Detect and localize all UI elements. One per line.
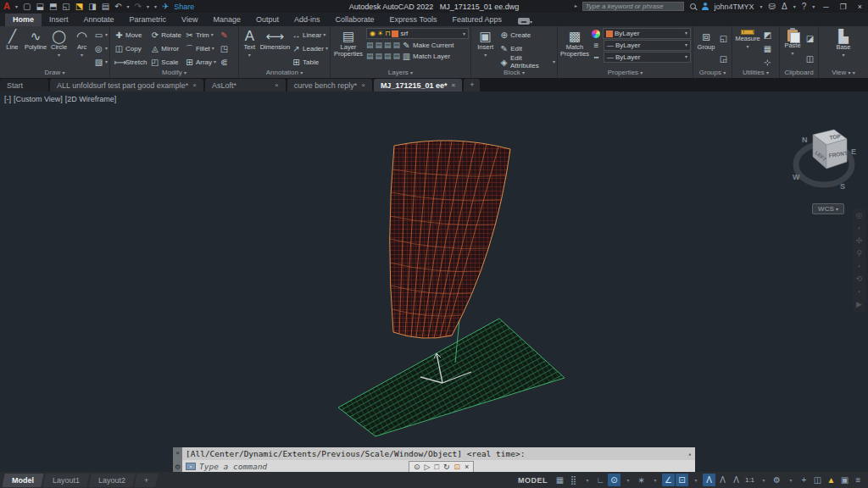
- group-edit-button[interactable]: ◲: [719, 53, 728, 64]
- search-icon[interactable]: [690, 3, 696, 9]
- help-caret-icon[interactable]: ▾: [812, 3, 815, 9]
- zoom-realtime-icon[interactable]: ⊙: [414, 463, 420, 471]
- quick-calc-button[interactable]: ▦: [763, 42, 772, 54]
- layer-thaw-tool-icon[interactable]: ▤: [376, 53, 383, 60]
- nav-caret-icon[interactable]: ▾: [858, 263, 860, 270]
- panel-label-properties[interactable]: Properties ▾: [558, 69, 693, 78]
- file-tab-close-icon[interactable]: ×: [361, 81, 365, 89]
- viewport-menu-control[interactable]: [-]: [4, 95, 11, 103]
- ortho-icon[interactable]: ∟: [594, 474, 607, 486]
- nav-caret-icon[interactable]: ▾: [858, 225, 860, 232]
- file-tab-3[interactable]: curve bench reply*×: [287, 79, 372, 92]
- quick-select-button[interactable]: ◩: [763, 29, 772, 41]
- wcs-button[interactable]: WCS ▾: [812, 203, 844, 214]
- redo-caret-icon[interactable]: ▾: [147, 3, 149, 9]
- file-tab-1[interactable]: ALL unfoldsurf test part good example*×: [50, 79, 203, 92]
- layer-lock-icon[interactable]: ⊓: [385, 30, 390, 37]
- share-label[interactable]: Share: [174, 3, 194, 11]
- zoom-orbit-icon[interactable]: ↻: [443, 463, 450, 471]
- zoom-play-icon[interactable]: ▷: [425, 463, 431, 471]
- line-button[interactable]: ╱Line: [2, 28, 23, 69]
- dimension-button[interactable]: ⟷Dimension: [260, 28, 290, 69]
- command-window-grip[interactable]: × ⚙: [173, 447, 182, 472]
- edit-block-button[interactable]: ✎Edit: [499, 42, 555, 54]
- tab-collaborate[interactable]: Collaborate: [328, 14, 382, 26]
- panel-label-annotation[interactable]: Annotation ▾: [239, 69, 330, 78]
- recent-commands-icon[interactable]: ▾: [186, 463, 196, 470]
- rotate-button[interactable]: ⟳Rotate: [150, 29, 181, 41]
- move-button[interactable]: ✚Move: [114, 29, 147, 41]
- save-icon[interactable]: ⬒: [49, 3, 57, 11]
- compass-north[interactable]: N: [802, 136, 808, 144]
- lineweight-dropdown[interactable]: —ByLayer▾: [604, 40, 691, 51]
- snap-caret-icon[interactable]: ▾: [581, 474, 593, 486]
- tab-annotate[interactable]: Annotate: [76, 14, 122, 26]
- layer-color-swatch[interactable]: [392, 30, 398, 37]
- username[interactable]: john4TMYX: [715, 3, 754, 11]
- share-icon[interactable]: ✈: [162, 3, 169, 11]
- minimize-button[interactable]: ─: [821, 3, 831, 11]
- grid-icon[interactable]: ▦: [554, 474, 566, 486]
- isometric-drafting-icon[interactable]: ∠: [662, 474, 675, 486]
- command-customize-icon[interactable]: ⚙: [175, 463, 181, 471]
- circle-button[interactable]: ◯Circle▾: [48, 28, 70, 69]
- offset-button[interactable]: ⋐: [220, 56, 229, 68]
- layer-dropdown[interactable]: ◉ ☀ ⊓ srf ▾: [366, 28, 469, 39]
- annotation-scale-icon[interactable]: Ʌ: [730, 474, 743, 486]
- stretch-button[interactable]: ⟼Stretch: [114, 56, 147, 68]
- panel-label-utilities[interactable]: Utilities ▾: [732, 69, 779, 78]
- panel-label-modify[interactable]: Modify ▾: [110, 69, 238, 78]
- viewport-visual-style-control[interactable]: [2D Wireframe]: [65, 95, 117, 103]
- object-snap-tracking-icon[interactable]: ∗: [635, 474, 648, 486]
- customization-menu-icon[interactable]: ≡: [852, 474, 865, 486]
- layer-isolate-tool-icon[interactable]: ▤: [376, 42, 383, 49]
- polyline-button[interactable]: ∿Polyline: [25, 28, 47, 69]
- layer-freeze-icon[interactable]: ☀: [377, 30, 383, 37]
- tab-express-tools[interactable]: Express Tools: [382, 14, 445, 26]
- tab-manage[interactable]: Manage: [205, 14, 248, 26]
- zoom-window-icon[interactable]: □: [434, 463, 438, 471]
- export-icon[interactable]: ◨: [88, 3, 96, 11]
- search-input[interactable]: Type a keyword or phrase: [582, 2, 684, 11]
- tab-parametric[interactable]: Parametric: [122, 14, 175, 26]
- annotation-scale-value[interactable]: 1:1: [743, 474, 756, 486]
- undo-icon[interactable]: ↶: [114, 3, 121, 11]
- ribbon-display-toggle[interactable]: ▬: [518, 18, 530, 25]
- undo-caret-icon[interactable]: ▾: [127, 3, 130, 9]
- compass-south[interactable]: S: [840, 182, 845, 191]
- app-store-icon[interactable]: ⛁: [769, 3, 776, 11]
- tab-home[interactable]: Home: [5, 14, 42, 26]
- create-block-button[interactable]: ⊕Create: [499, 29, 555, 41]
- navigation-wheel-icon[interactable]: ◎: [856, 212, 863, 219]
- panel-label-block[interactable]: Block ▾: [471, 69, 557, 78]
- drawing-canvas[interactable]: [0, 92, 868, 472]
- insert-block-button[interactable]: ▣Insert▾: [473, 28, 498, 69]
- zoom-camera-icon[interactable]: ⊡: [453, 463, 460, 471]
- copy-button[interactable]: ◫Copy: [114, 42, 147, 54]
- tab-insert[interactable]: Insert: [42, 14, 76, 26]
- linetype-dropdown[interactable]: —ByLayer▾: [604, 52, 691, 63]
- compass-east[interactable]: E: [851, 147, 856, 156]
- new-file-icon[interactable]: ▢: [23, 3, 31, 11]
- layer-walk-tool-icon[interactable]: ▤: [393, 53, 401, 60]
- pan-icon[interactable]: ✣: [856, 237, 863, 245]
- polar-caret-icon[interactable]: ▾: [621, 474, 634, 486]
- file-tab-close-icon[interactable]: ×: [275, 81, 279, 89]
- zoom-exit-icon[interactable]: ×: [465, 463, 469, 471]
- redo-icon[interactable]: ↷: [135, 3, 142, 11]
- explode-button[interactable]: ◳: [220, 42, 229, 54]
- search-expand-icon[interactable]: ▾: [572, 5, 578, 8]
- match-properties-button[interactable]: ▩Match Properties: [559, 28, 590, 69]
- user-menu-caret-icon[interactable]: ▾: [760, 3, 763, 9]
- rectangle-button[interactable]: ▭▾: [94, 29, 108, 41]
- compass-west[interactable]: W: [793, 173, 800, 181]
- match-layer-button[interactable]: ▥Match Layer: [402, 51, 450, 61]
- osnap-caret-icon[interactable]: ▾: [689, 474, 702, 486]
- autodesk-caret-icon[interactable]: ▾: [793, 3, 796, 9]
- measure-button[interactable]: Measure▾: [734, 28, 761, 69]
- layout-tab-layout1[interactable]: Layout1: [42, 474, 89, 487]
- command-scroll-up-icon[interactable]: ▴: [688, 451, 692, 458]
- layer-freeze-tool-icon[interactable]: ▤: [384, 42, 392, 49]
- otrack-caret-icon[interactable]: ▾: [648, 474, 661, 486]
- panel-label-view[interactable]: View ▾ ▾: [819, 69, 868, 78]
